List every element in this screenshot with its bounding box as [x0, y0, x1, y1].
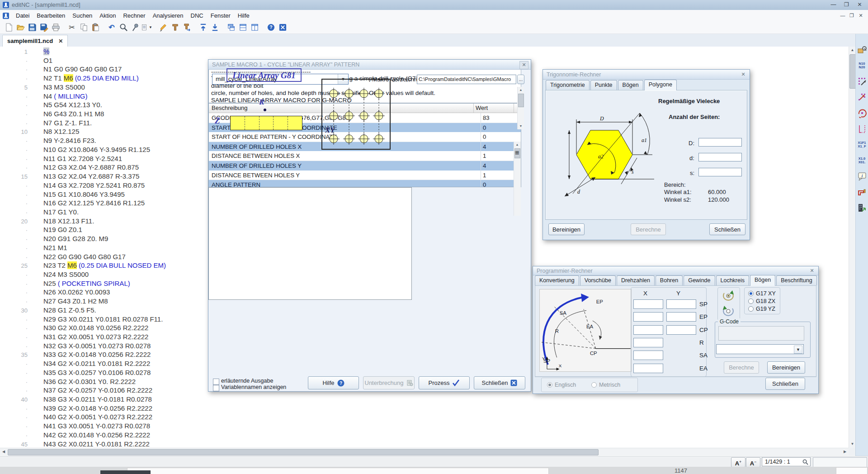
menu-item-dnc[interactable]: DNC: [187, 10, 207, 21]
horizontal-scroll-thumb[interactable]: [8, 449, 599, 455]
print-icon[interactable]: [50, 23, 61, 33]
font-decrease-button[interactable]: A−: [746, 457, 760, 467]
tab-polygone[interactable]: Polygone: [644, 80, 677, 90]
info-icon[interactable]: i: [857, 171, 868, 182]
tile-horizontal-icon[interactable]: [237, 23, 248, 33]
translate-icon[interactable]: [857, 91, 868, 103]
gcode-dropdown[interactable]: ▼: [716, 344, 804, 354]
field-ep-x[interactable]: [633, 312, 663, 322]
tool-export-icon[interactable]: [181, 23, 192, 33]
radio-icon[interactable]: [748, 306, 754, 312]
tab-konvertierung[interactable]: Konvertierung: [535, 275, 579, 285]
macro-close-button[interactable]: Schließen: [474, 376, 525, 389]
radio-icon[interactable]: [748, 291, 754, 296]
table-row[interactable]: ANGLE PATTERN0: [209, 180, 521, 187]
table-scrollbar[interactable]: ▲ ≡: [514, 142, 521, 216]
horizontal-scrollbar[interactable]: ◀ ▶: [0, 448, 849, 455]
scroll-thumb[interactable]: [518, 94, 524, 107]
tab-samplemill1[interactable]: samplemill1.ncd✕: [2, 35, 68, 47]
interrupt-button[interactable]: Unterbrechung: [363, 376, 415, 389]
menu-item-aktion[interactable]: Aktion: [96, 10, 119, 21]
rotate-icon[interactable]: [857, 107, 868, 119]
menu-item-suchen[interactable]: Suchen: [69, 10, 96, 21]
process-button[interactable]: Prozess: [419, 376, 470, 389]
tile-vertical-icon[interactable]: [249, 23, 260, 33]
chevron-down-icon[interactable]: ▼: [794, 346, 802, 354]
field-cp-x[interactable]: [633, 325, 663, 335]
tab-trigonometrie[interactable]: Trigonometrie: [546, 80, 590, 90]
radio-icon[interactable]: [591, 382, 597, 388]
macro-dir-input[interactable]: C:\ProgramData\editNC\Samples\GMacro: [417, 75, 516, 84]
scroll-down-icon[interactable]: ▼: [518, 123, 524, 129]
field-d-input[interactable]: [698, 153, 742, 161]
menu-item-analysieren[interactable]: Analysieren: [149, 10, 187, 21]
column-wert[interactable]: Wert: [474, 104, 514, 113]
radio-g17-xy[interactable]: G17 XY: [748, 290, 776, 297]
prog-close-icon[interactable]: ✕: [808, 267, 816, 275]
parameter-value[interactable]: 0: [481, 123, 521, 133]
field-sp-y[interactable]: [666, 299, 696, 309]
parameter-value[interactable]: 83: [481, 113, 521, 123]
code-line[interactable]: 1%: [0, 47, 849, 56]
paste-icon[interactable]: [90, 23, 101, 33]
goto-line-input[interactable]: 1/1429 : 1: [762, 457, 811, 466]
minimize-icon[interactable]: —: [827, 0, 840, 10]
radio-g19-yz[interactable]: G19 YZ: [748, 306, 775, 312]
macro-tool-icon[interactable]: [857, 44, 868, 56]
scroll-up-icon[interactable]: ▲: [514, 142, 520, 148]
trig-calc-button[interactable]: Berechne: [631, 223, 666, 235]
pin-icon[interactable]: [130, 23, 141, 33]
zoom-icon[interactable]: [118, 23, 129, 33]
font-increase-button[interactable]: A+: [731, 457, 745, 467]
cascade-windows-icon[interactable]: [226, 23, 236, 33]
menu-item-fenster[interactable]: Fenster: [207, 10, 234, 21]
trig-clear-button[interactable]: Bereinigen: [548, 223, 585, 235]
tab-close-icon[interactable]: ✕: [58, 38, 63, 44]
code-line[interactable]: 45N43 G2 X0.0211 Y-0.0181 R2.2222: [0, 440, 849, 448]
field-D-input[interactable]: [698, 138, 742, 147]
code-line[interactable]: ·N40 G2 X-0.0051 Y-0.0273 R2.2222: [0, 412, 849, 422]
import-top-icon[interactable]: [198, 23, 208, 33]
counterclockwise-icon[interactable]: [721, 305, 736, 318]
trig-dialog-titlebar[interactable]: Trigonnomie-Rechner: [543, 70, 750, 80]
highlight-icon[interactable]: [158, 23, 169, 33]
field-s-input[interactable]: [698, 168, 742, 176]
menu-item-rechner[interactable]: Rechner: [119, 10, 149, 21]
scroll-down-icon[interactable]: ▼: [849, 441, 856, 448]
menu-item-datei[interactable]: Datei: [12, 10, 33, 21]
document-icon[interactable]: [2, 12, 9, 19]
explained-output-checkbox[interactable]: [213, 379, 219, 385]
scroll-up-icon[interactable]: ▲: [849, 47, 856, 54]
tab-b-gen[interactable]: Bögen: [750, 275, 775, 286]
table-row[interactable]: NUMBER OF DRILLED HOLES Y4: [209, 161, 521, 171]
show-variable-names-checkbox[interactable]: [213, 385, 219, 391]
format-address-icon[interactable]: X1F1X1_F: [857, 139, 868, 151]
code-line[interactable]: 40N38 G3 X-0.0211 Y-0.0181 R0.0278: [0, 395, 849, 404]
radio-g18-zx[interactable]: G18 ZX: [748, 298, 775, 304]
field-ea-x[interactable]: [633, 364, 663, 373]
tab-beschriftung[interactable]: Beschriftung: [776, 275, 816, 285]
mdi-close-icon[interactable]: ✕: [856, 10, 865, 21]
prog-clear-button[interactable]: Bereinigen: [767, 361, 805, 374]
renumber-icon[interactable]: N10N20: [857, 60, 868, 71]
new-file-icon[interactable]: [3, 23, 14, 33]
scroll-up-icon[interactable]: ▲: [518, 87, 524, 93]
help-button[interactable]: Hilfe ?: [308, 376, 359, 389]
prog-dialog-titlebar[interactable]: Programmier-Rechner: [533, 266, 818, 275]
save-icon[interactable]: [27, 23, 38, 33]
list-dropdown-icon[interactable]: ▼: [142, 23, 152, 33]
code-line[interactable]: ·N42 G2 X0.0148 Y-0.0256 R2.2222: [0, 431, 849, 440]
scroll-left-icon[interactable]: ◀: [0, 448, 7, 456]
field-cp-y[interactable]: [666, 325, 696, 335]
menu-item-hilfe[interactable]: Hilfe: [234, 10, 253, 21]
vertical-scrollbar[interactable]: ▲ ▼: [849, 47, 855, 448]
exit-icon[interactable]: [277, 23, 288, 33]
field-sp-x[interactable]: [633, 299, 663, 309]
description-scrollbar[interactable]: ▲ ▼: [517, 87, 524, 129]
field-ep-y[interactable]: [666, 312, 696, 322]
vertical-scroll-thumb[interactable]: [849, 54, 856, 89]
tab-lochkreis[interactable]: Lochkreis: [716, 275, 750, 285]
import-bottom-icon[interactable]: [209, 23, 220, 33]
table-row[interactable]: DISTANCE BETWEEN HOLES Y1: [209, 171, 521, 180]
menu-item-bearbeiten[interactable]: Bearbeiten: [33, 10, 69, 21]
